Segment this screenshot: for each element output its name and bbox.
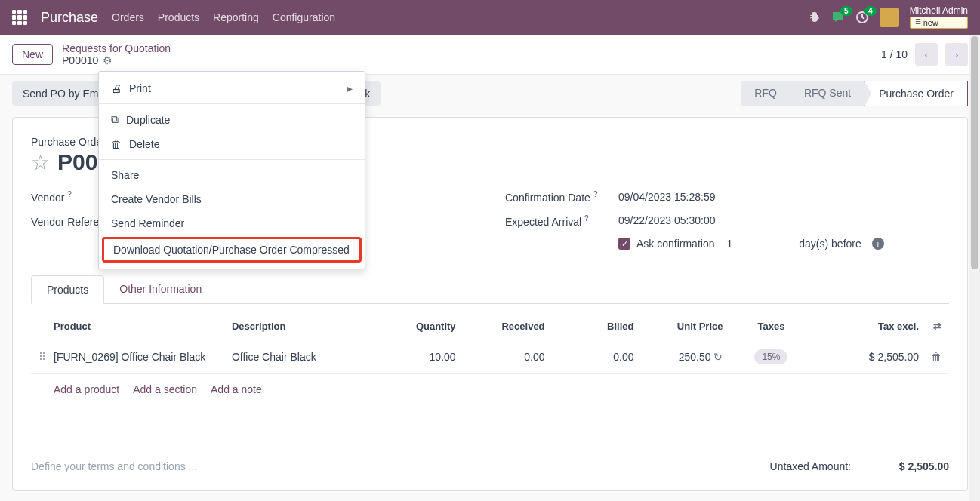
days-before-label: day(s) before	[799, 238, 861, 250]
print-icon: 🖨	[111, 82, 122, 94]
tax-badge[interactable]: 15%	[754, 349, 787, 364]
add-note-link[interactable]: Add a note	[211, 383, 262, 395]
add-product-link[interactable]: Add a product	[54, 383, 119, 395]
menu-configuration[interactable]: Configuration	[273, 11, 335, 23]
activity-badge: 4	[864, 6, 877, 16]
vendor-help-icon[interactable]: ?	[67, 190, 72, 198]
col-received: Received	[464, 321, 553, 332]
user-env-tag[interactable]: new	[910, 17, 968, 29]
breadcrumb-current: P00010	[62, 54, 98, 66]
terms-input[interactable]: Define your terms and conditions ...	[31, 460, 197, 472]
trash-icon: 🗑	[111, 138, 122, 150]
expected-label: Expected Arrival ?	[505, 214, 618, 228]
row-billed: 0.00	[553, 351, 642, 363]
status-purchase-order[interactable]: Purchase Order	[864, 81, 968, 106]
confirm-date-value: 09/04/2023 15:28:59	[618, 191, 715, 203]
duplicate-icon: ⧉	[111, 113, 119, 126]
bug-icon[interactable]	[809, 11, 821, 23]
avatar[interactable]	[880, 8, 899, 27]
confirm-date-help-icon[interactable]: ?	[593, 190, 598, 198]
col-quantity: Quantity	[374, 321, 464, 332]
vertical-scrollbar[interactable]	[969, 35, 980, 501]
messaging-badge: 5	[840, 6, 852, 16]
ask-confirmation-checkbox[interactable]: ✓	[618, 238, 630, 250]
row-received: 0.00	[464, 351, 553, 363]
activity-icon[interactable]: 4	[855, 11, 869, 24]
col-unit-price: Unit Price	[642, 321, 731, 332]
pager-prev[interactable]: ‹	[915, 43, 938, 66]
menu-reporting[interactable]: Reporting	[213, 11, 259, 23]
delete-row-icon[interactable]: 🗑	[926, 351, 949, 363]
menu-products[interactable]: Products	[158, 11, 199, 23]
expected-help-icon[interactable]: ?	[584, 214, 589, 223]
menu-share[interactable]: Share	[99, 163, 365, 187]
column-settings-icon[interactable]: ⇄	[926, 321, 949, 332]
tab-other-info[interactable]: Other Information	[104, 275, 217, 303]
info-icon[interactable]: i	[872, 238, 884, 250]
status-rfq-sent[interactable]: RFQ Sent	[790, 81, 864, 106]
pager-text[interactable]: 1 / 10	[881, 48, 908, 60]
col-tax-excl: Tax excl.	[819, 321, 926, 332]
row-description[interactable]: Office Chair Black	[232, 351, 374, 363]
row-unit-price[interactable]: 250.50 ↻	[642, 351, 731, 363]
app-name[interactable]: Purchase	[41, 10, 98, 26]
status-rfq[interactable]: RFQ	[741, 81, 790, 106]
menu-delete[interactable]: 🗑 Delete	[99, 132, 365, 156]
ask-days-value[interactable]: 1	[726, 238, 732, 250]
col-billed: Billed	[553, 321, 642, 332]
col-product: Product	[54, 321, 232, 332]
new-button[interactable]: New	[12, 44, 53, 65]
row-quantity[interactable]: 10.00	[374, 351, 464, 363]
menu-orders[interactable]: Orders	[112, 11, 144, 23]
menu-print[interactable]: 🖨 Print ▸	[99, 76, 365, 100]
gear-dropdown-menu: 🖨 Print ▸ ⧉ Duplicate 🗑 Delete Share Cre…	[98, 71, 365, 269]
messaging-icon[interactable]: 5	[831, 11, 845, 24]
col-taxes: Taxes	[730, 321, 819, 332]
col-description: Description	[232, 321, 374, 332]
drag-handle-icon[interactable]: ⠿	[31, 351, 54, 363]
apps-icon[interactable]	[12, 10, 27, 25]
price-history-icon[interactable]: ↻	[713, 351, 723, 363]
menu-download-compressed[interactable]: Download Quotation/Purchase Order Compre…	[102, 237, 362, 263]
menu-create-vendor-bills[interactable]: Create Vendor Bills	[99, 187, 365, 211]
tab-products[interactable]: Products	[31, 275, 104, 304]
untaxed-label: Untaxed Amount:	[770, 460, 851, 472]
add-section-link[interactable]: Add a section	[133, 383, 197, 395]
user-name: Mitchell Admin	[910, 6, 968, 16]
pager-next[interactable]: ›	[945, 43, 968, 66]
favorite-star-icon[interactable]: ☆	[31, 150, 50, 175]
gear-icon[interactable]: ⚙	[103, 54, 112, 66]
untaxed-value: $ 2,505.00	[874, 460, 949, 472]
table-row[interactable]: ⠿ [FURN_0269] Office Chair Black Office …	[31, 340, 949, 374]
row-product[interactable]: [FURN_0269] Office Chair Black	[54, 351, 232, 363]
confirm-date-label: Confirmation Date ?	[505, 190, 618, 204]
ask-confirmation-label: Ask confirmation	[636, 238, 714, 250]
breadcrumb-parent[interactable]: Requests for Quotation	[62, 42, 171, 54]
menu-duplicate[interactable]: ⧉ Duplicate	[99, 107, 365, 132]
expected-value[interactable]: 09/22/2023 05:30:00	[618, 214, 715, 226]
menu-send-reminder[interactable]: Send Reminder	[99, 211, 365, 235]
chevron-right-icon: ▸	[347, 82, 353, 94]
row-total: $ 2,505.00	[819, 351, 926, 363]
